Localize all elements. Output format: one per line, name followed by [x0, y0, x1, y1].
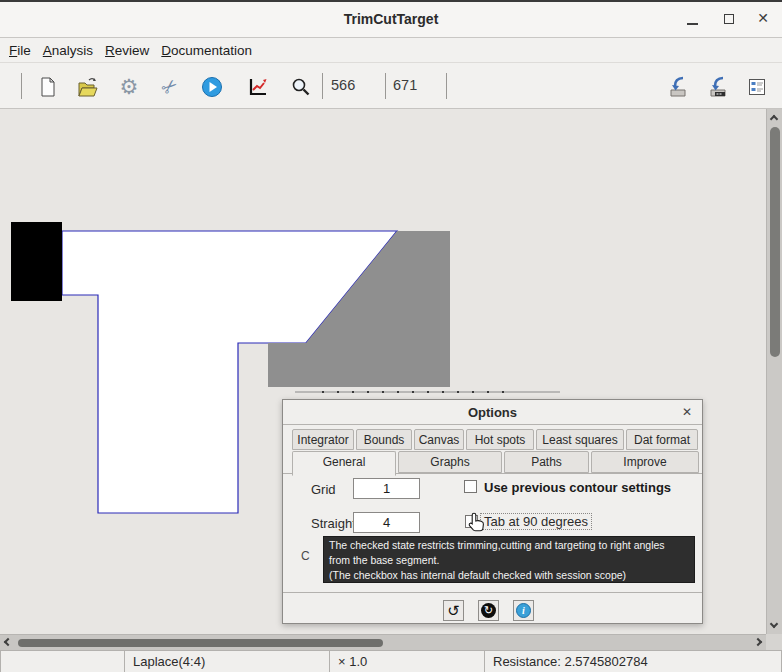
import-button-b[interactable]	[706, 75, 730, 99]
checkbox-tooltip: The checked state restricts trimming,cut…	[323, 536, 695, 583]
dialog-separator	[283, 592, 702, 593]
tab-paths[interactable]: Paths	[504, 451, 589, 473]
coordinate-y-readout: 671	[393, 77, 417, 93]
tab-least-squares[interactable]: Least squares	[536, 429, 624, 450]
tooltip-line-2: from the base segment.	[329, 553, 689, 568]
tooltip-line-1: The checked state restricts trimming,cut…	[329, 538, 689, 553]
horizontal-scrollbar-thumb[interactable]	[18, 639, 383, 647]
straight-label: Straight	[311, 516, 356, 531]
menu-analysis[interactable]: Analysis	[37, 41, 99, 60]
menu-review[interactable]: Review	[99, 41, 155, 60]
minimize-button[interactable]	[678, 2, 708, 36]
scissors-icon: ✂	[157, 74, 182, 100]
open-file-button[interactable]	[76, 75, 100, 99]
run-button[interactable]	[200, 75, 224, 99]
tab-improve[interactable]: Improve	[591, 451, 699, 473]
black-block-shape	[11, 222, 62, 301]
settings-button[interactable]: ⚙	[117, 75, 141, 99]
close-button[interactable]: ✕	[748, 2, 778, 36]
cut-button[interactable]: ✂	[158, 75, 182, 99]
scrollbar-corner	[766, 634, 782, 650]
tab-90-degrees-label[interactable]: Tab at 90 degrees	[480, 513, 592, 530]
toolbar-separator	[446, 73, 447, 99]
toolbar-separator	[322, 73, 323, 99]
menu-file[interactable]: File	[3, 41, 37, 60]
info-icon: i	[516, 603, 531, 618]
use-previous-contour-checkbox[interactable]	[464, 480, 477, 493]
toolbar-separator	[21, 73, 22, 99]
close-icon: ✕	[748, 2, 778, 36]
scroll-up-icon[interactable]	[770, 115, 778, 123]
tab-row-1: Integrator Bounds Canvas Hot spots Least…	[292, 429, 698, 450]
new-document-icon	[37, 76, 59, 98]
use-previous-contour-label: Use previous contour settings	[484, 480, 671, 495]
reset-all-button[interactable]: ↻	[478, 600, 499, 621]
new-document-button[interactable]	[36, 75, 60, 99]
search-button[interactable]	[289, 75, 313, 99]
chart-icon	[246, 76, 268, 98]
status-cell-laplace: Laplace(4:4)	[125, 650, 330, 672]
tab-canvas[interactable]: Canvas	[414, 429, 464, 450]
toolbar: ⚙ ✂ 566 671	[0, 64, 782, 109]
tab-graphs[interactable]: Graphs	[398, 451, 502, 473]
tab-integrator[interactable]: Integrator	[292, 429, 354, 450]
tooltip-line-3: (The checkbox has internal default check…	[329, 568, 689, 583]
tab-hot-spots[interactable]: Hot spots	[466, 429, 534, 450]
import-tray-icon	[667, 76, 689, 98]
tab-dat-format[interactable]: Dat format	[626, 429, 698, 450]
maximize-button[interactable]	[714, 2, 744, 36]
titlebar: TrimCutTarget ✕	[0, 2, 782, 38]
tab-general[interactable]: General	[292, 451, 396, 476]
menu-documentation[interactable]: Documentation	[155, 41, 258, 60]
dialog-close-button[interactable]: ✕	[678, 400, 696, 425]
options-dialog: Options ✕ Integrator Bounds Canvas Hot s…	[282, 399, 703, 624]
form-icon	[746, 76, 768, 98]
app-window: TrimCutTarget ✕ File Analysis Review Doc…	[0, 0, 782, 672]
window-title: TrimCutTarget	[0, 2, 782, 36]
vertical-scrollbar-thumb[interactable]	[770, 127, 780, 357]
import-button-a[interactable]	[666, 75, 690, 99]
open-folder-icon	[77, 76, 99, 98]
status-cell-zoom: × 1.0	[330, 650, 485, 672]
info-button[interactable]: i	[513, 600, 534, 621]
statusbar: Laplace(4:4) × 1.0 Resistance: 2.5745802…	[0, 650, 782, 672]
scroll-left-icon[interactable]	[4, 638, 12, 646]
hand-cursor-icon	[467, 512, 485, 537]
horizontal-scrollbar[interactable]	[0, 634, 766, 650]
dialog-titlebar[interactable]: Options ✕	[283, 400, 702, 425]
menubar: File Analysis Review Documentation	[0, 39, 782, 63]
play-icon	[201, 76, 223, 98]
coordinate-x-readout: 566	[331, 77, 355, 93]
options-button[interactable]	[745, 75, 769, 99]
undo-button[interactable]: ↺	[443, 600, 464, 621]
grid-input[interactable]	[353, 478, 420, 499]
straight-input[interactable]	[353, 512, 420, 533]
vertical-scrollbar[interactable]	[766, 109, 782, 634]
grid-label: Grid	[311, 482, 336, 497]
search-icon	[290, 76, 312, 98]
scroll-down-icon[interactable]	[770, 620, 778, 628]
status-cell-empty	[0, 650, 125, 672]
import-drive-icon	[707, 76, 729, 98]
tab-bounds[interactable]: Bounds	[356, 429, 412, 450]
reset-all-icon: ↻	[481, 603, 496, 618]
undo-icon: ↺	[447, 602, 460, 620]
minimize-icon	[687, 23, 698, 25]
maximize-icon	[724, 14, 734, 24]
gear-icon: ⚙	[120, 76, 139, 98]
obscured-text-fragment: C	[301, 549, 310, 563]
scroll-right-icon[interactable]	[754, 638, 762, 646]
dialog-title: Options	[283, 400, 702, 425]
toolbar-separator	[385, 73, 386, 99]
plot-button[interactable]	[245, 75, 269, 99]
status-cell-resistance: Resistance: 2.5745802784	[485, 650, 782, 672]
